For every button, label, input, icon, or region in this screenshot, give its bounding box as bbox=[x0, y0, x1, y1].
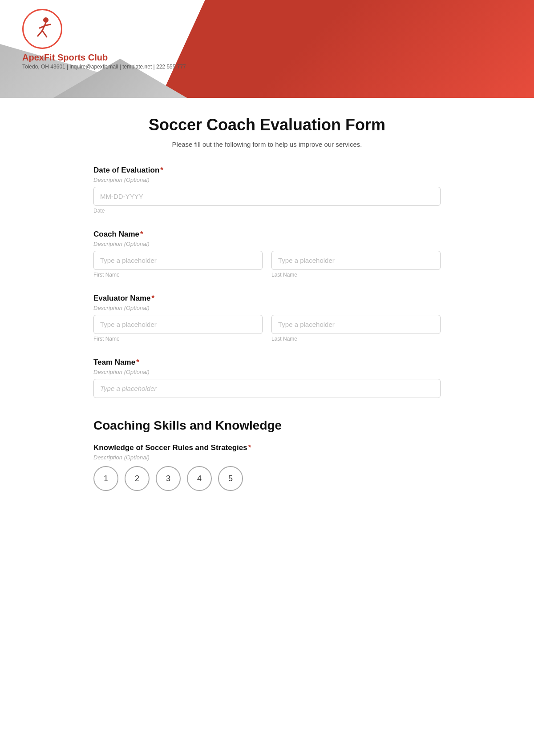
date-label: Date of Evaluation* bbox=[93, 166, 441, 175]
rating-row: 1 2 3 4 5 bbox=[93, 466, 441, 491]
team-name-input[interactable] bbox=[93, 379, 441, 398]
coach-name-label: Coach Name* bbox=[93, 230, 441, 239]
svg-point-0 bbox=[43, 17, 49, 23]
evaluator-last-name-wrap: Last Name bbox=[271, 315, 441, 342]
evaluator-first-hint: First Name bbox=[93, 336, 263, 342]
header-logo-area: ApexFit Sports Club Toledo, OH 43601 | i… bbox=[22, 9, 186, 70]
header-red-bg bbox=[160, 0, 534, 98]
rating-3[interactable]: 3 bbox=[156, 466, 181, 491]
date-hint: Date bbox=[93, 208, 441, 214]
date-of-evaluation-section: Date of Evaluation* Description (Optiona… bbox=[93, 166, 441, 214]
brand-address: Toledo, OH 43601 | inquire@apexfit.mail … bbox=[22, 64, 186, 70]
team-name-section: Team Name* Description (Optional) bbox=[93, 358, 441, 398]
brand-name: ApexFit Sports Club bbox=[22, 52, 108, 63]
team-name-description: Description (Optional) bbox=[93, 369, 441, 375]
soccer-rules-subsection: Knowledge of Soccer Rules and Strategies… bbox=[93, 443, 441, 491]
svg-line-4 bbox=[40, 25, 46, 28]
svg-line-5 bbox=[46, 24, 50, 25]
soccer-rules-description: Description (Optional) bbox=[93, 454, 441, 461]
rating-2[interactable]: 2 bbox=[125, 466, 150, 491]
coaching-skills-heading: Coaching Skills and Knowledge bbox=[93, 414, 441, 433]
svg-line-3 bbox=[42, 31, 47, 37]
evaluator-first-name-wrap: First Name bbox=[93, 315, 263, 342]
logo-svg bbox=[29, 16, 56, 42]
svg-line-2 bbox=[38, 31, 42, 36]
soccer-rules-label: Knowledge of Soccer Rules and Strategies… bbox=[93, 443, 441, 452]
rating-4[interactable]: 4 bbox=[187, 466, 212, 491]
form-container: Soccer Coach Evaluation Form Please fill… bbox=[67, 98, 467, 534]
coach-last-name-input[interactable] bbox=[271, 251, 441, 270]
team-name-label: Team Name* bbox=[93, 358, 441, 367]
evaluator-name-description: Description (Optional) bbox=[93, 305, 441, 311]
coach-first-hint: First Name bbox=[93, 272, 263, 278]
date-input[interactable] bbox=[93, 187, 441, 206]
evaluator-name-section: Evaluator Name* Description (Optional) F… bbox=[93, 294, 441, 342]
coaching-skills-section: Coaching Skills and Knowledge Knowledge … bbox=[93, 414, 441, 491]
form-subtitle: Please fill out the following form to he… bbox=[93, 141, 441, 148]
coach-name-section: Coach Name* Description (Optional) First… bbox=[93, 230, 441, 278]
evaluator-first-name-input[interactable] bbox=[93, 315, 263, 334]
rating-1[interactable]: 1 bbox=[93, 466, 118, 491]
date-description: Description (Optional) bbox=[93, 177, 441, 183]
evaluator-name-inputs: First Name Last Name bbox=[93, 315, 441, 342]
evaluator-last-name-input[interactable] bbox=[271, 315, 441, 334]
coach-name-inputs: First Name Last Name bbox=[93, 251, 441, 278]
rating-5[interactable]: 5 bbox=[218, 466, 243, 491]
coach-last-hint: Last Name bbox=[271, 272, 441, 278]
coach-name-description: Description (Optional) bbox=[93, 241, 441, 247]
coach-first-name-wrap: First Name bbox=[93, 251, 263, 278]
evaluator-name-label: Evaluator Name* bbox=[93, 294, 441, 303]
coach-first-name-input[interactable] bbox=[93, 251, 263, 270]
header: ApexFit Sports Club Toledo, OH 43601 | i… bbox=[0, 0, 534, 98]
coach-last-name-wrap: Last Name bbox=[271, 251, 441, 278]
evaluator-last-hint: Last Name bbox=[271, 336, 441, 342]
form-title: Soccer Coach Evaluation Form bbox=[93, 116, 441, 134]
logo-circle bbox=[22, 9, 62, 49]
